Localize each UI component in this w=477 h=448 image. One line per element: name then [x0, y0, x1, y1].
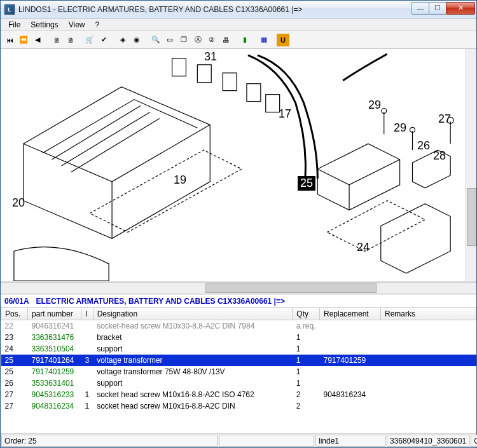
col-pn[interactable]: part number [28, 308, 81, 320]
svg-rect-0 [172, 58, 186, 76]
callout-20: 20 [12, 196, 25, 210]
svg-rect-2 [223, 73, 237, 91]
callout-24: 24 [357, 241, 370, 254]
table-row[interactable]: 243363510504support1 [1, 343, 476, 355]
svg-rect-4 [266, 95, 280, 112]
col-rem[interactable]: Remarks [381, 308, 476, 320]
callout-25[interactable]: 25 [298, 176, 315, 191]
window-controls: — ☐ ✕ [412, 2, 475, 15]
copy-icon[interactable]: ❐ [177, 34, 190, 46]
tag2-icon[interactable]: ◉ [130, 34, 143, 46]
info-icon[interactable]: Ⓐ [191, 34, 204, 46]
minimize-button[interactable]: — [411, 2, 429, 15]
callout-17: 17 [279, 107, 291, 121]
status-lang1: GB [471, 435, 477, 447]
book-icon[interactable]: ▮ [238, 34, 251, 46]
page-icon[interactable]: ▭ [163, 34, 176, 46]
diagram-vscroll[interactable] [466, 49, 476, 281]
col-qty[interactable]: Qty [293, 308, 320, 320]
doc1-icon[interactable]: 🗎 [50, 34, 63, 46]
statusbar: Order: 25 linde1 3368049410_3360601 GB G… [1, 433, 476, 447]
callout-29b: 29 [394, 121, 406, 135]
table-row[interactable]: 257917401259voltage transformer 75W 48-8… [1, 366, 476, 377]
menu-settings[interactable]: Settings [25, 20, 63, 29]
status-empty [219, 435, 314, 447]
tag1-icon[interactable]: ◈ [116, 34, 129, 46]
table-row[interactable]: 2579174012643voltage transformer17917401… [1, 355, 476, 366]
u-icon[interactable]: U [277, 34, 289, 46]
callout-27: 27 [438, 112, 451, 126]
exploded-diagram [1, 49, 476, 281]
svg-rect-1 [197, 65, 211, 83]
col-des[interactable]: Designation [93, 308, 293, 320]
section-title: 06/01A ELECTRIC ARMATURES, BATTERY AND C… [1, 295, 476, 307]
nav-back-icon[interactable]: ◀ [31, 34, 44, 46]
tool-icon[interactable]: ② [205, 34, 218, 46]
callout-19: 19 [174, 173, 186, 187]
callout-31: 31 [204, 50, 217, 64]
zoom-in-icon[interactable]: 🔍 [149, 34, 162, 46]
close-button[interactable]: ✕ [446, 2, 475, 15]
menu-help[interactable]: ? [90, 20, 105, 29]
maximize-button[interactable]: ☐ [429, 2, 446, 15]
print-icon[interactable]: 🖶 [219, 34, 232, 46]
menu-file[interactable]: File [3, 20, 25, 29]
table-row[interactable]: 2790483162341socket head screw M10x16-8.… [1, 400, 476, 412]
titlebar[interactable]: L LINDOS1 - ELECTRIC ARMATURES, BATTERY … [1, 1, 476, 18]
status-doc: 3368049410_3360601 [387, 435, 469, 447]
menu-view[interactable]: View [64, 20, 90, 29]
parts-panel: 06/01A ELECTRIC ARMATURES, BATTERY AND C… [1, 295, 476, 433]
col-pos[interactable]: Pos. [1, 308, 28, 320]
diagram-hscroll[interactable] [1, 282, 476, 293]
callout-26: 26 [417, 139, 430, 153]
table-row[interactable]: 233363631476bracket1 [1, 332, 476, 343]
toolbar: ⏮ ⏪ ◀ 🗎 🗎 🛒 ✔ ◈ ◉ 🔍 ▭ ❐ Ⓐ ② 🖶 ▮ ▦ U [1, 31, 476, 49]
status-order: Order: 25 [1, 435, 218, 447]
app-icon: L [4, 4, 15, 15]
menubar: File Settings View ? [1, 18, 476, 31]
status-user: linde1 [315, 435, 385, 447]
col-rep[interactable]: Replacement [320, 308, 381, 320]
window-title: LINDOS1 - ELECTRIC ARMATURES, BATTERY AN… [18, 5, 412, 14]
nav-first-icon[interactable]: ⏮ [3, 34, 16, 46]
flag-icon[interactable]: ▦ [258, 34, 270, 46]
diagram-viewer[interactable]: 31 17 19 20 25 24 29 29 26 27 28 [1, 49, 476, 282]
callout-28: 28 [433, 149, 446, 163]
table-row[interactable]: 2790453162331socket head screw M10x16-8.… [1, 389, 476, 400]
parts-table[interactable]: Pos. part number I Designation Qty Repla… [1, 307, 476, 433]
check-icon[interactable]: ✔ [97, 34, 110, 46]
doc2-icon[interactable]: 🗎 [64, 34, 77, 46]
callout-29a: 29 [368, 98, 381, 112]
cart-icon[interactable]: 🛒 [83, 34, 96, 46]
main-window: L LINDOS1 - ELECTRIC ARMATURES, BATTERY … [0, 0, 477, 448]
table-row[interactable]: 229046316241socket-head screw M10x30-8.8… [1, 320, 476, 332]
table-row[interactable]: 263533631401support1 [1, 377, 476, 389]
nav-rewind-icon[interactable]: ⏪ [17, 34, 30, 46]
svg-rect-3 [247, 84, 261, 102]
col-i[interactable]: I [81, 308, 93, 320]
